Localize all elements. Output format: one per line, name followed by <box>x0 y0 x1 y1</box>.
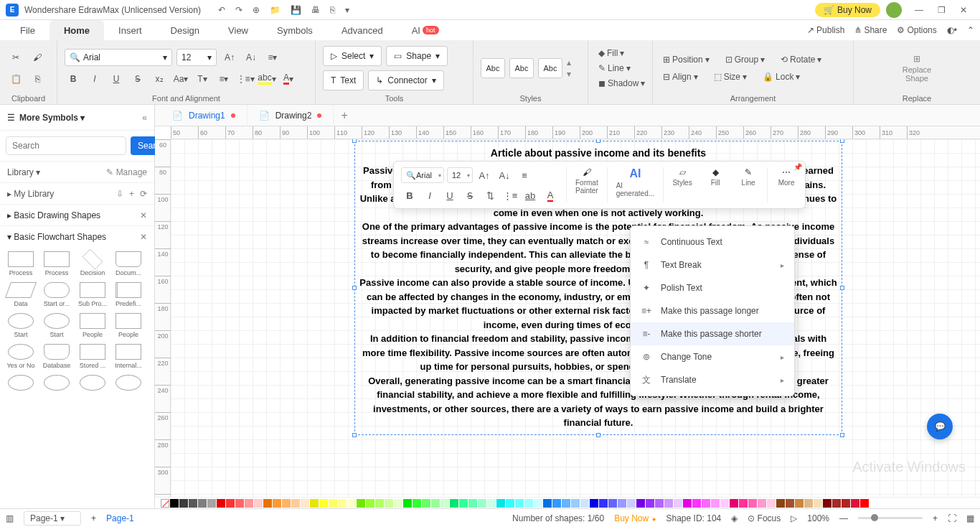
shape-palette-item[interactable]: Process <box>40 251 73 276</box>
cut-icon[interactable]: ✂ <box>7 49 24 66</box>
increase-font-icon[interactable]: A↑ <box>221 49 238 66</box>
zoom-level[interactable]: 100% <box>807 513 829 523</box>
my-library-toggle[interactable]: ▸ My Library <box>7 189 54 199</box>
color-swatch[interactable] <box>496 499 505 508</box>
zoom-out-icon[interactable]: — <box>839 513 848 523</box>
color-swatch[interactable] <box>534 499 542 508</box>
shape-palette-item[interactable] <box>40 375 73 393</box>
tab-file[interactable]: File <box>6 20 50 40</box>
symbol-search-input[interactable] <box>6 136 126 155</box>
print-icon[interactable]: 🖶 <box>311 5 320 15</box>
color-swatch[interactable] <box>403 499 412 508</box>
ctx-translate[interactable]: 文Translate▸ <box>631 368 794 391</box>
new-tab-button[interactable]: + <box>334 109 354 122</box>
style-preset-3[interactable]: Abc <box>538 58 562 78</box>
color-swatch[interactable] <box>692 499 701 508</box>
tab-home[interactable]: Home <box>50 20 104 40</box>
shape-palette-item[interactable]: Docum... <box>112 251 145 276</box>
mini-bold-icon[interactable]: B <box>401 188 418 202</box>
chat-fab[interactable]: 💬 <box>927 414 953 439</box>
shape-palette-item[interactable]: People <box>76 313 109 338</box>
mini-styles[interactable]: ▱Styles <box>666 164 698 205</box>
color-swatch[interactable] <box>842 499 850 508</box>
color-swatch[interactable] <box>711 499 720 508</box>
page-selector[interactable]: Page-1 ▾ <box>24 511 81 526</box>
style-scroll-up[interactable]: ▴ <box>567 57 571 67</box>
color-swatch[interactable] <box>823 499 831 508</box>
notification-icon[interactable]: ◐• <box>947 25 957 35</box>
zoom-in-icon[interactable]: + <box>933 513 938 523</box>
align-dropdown-icon[interactable]: ≡▾ <box>264 49 281 66</box>
color-swatch[interactable] <box>795 499 804 508</box>
shape-tool-button[interactable]: ▭ Shape ▾ <box>386 46 448 66</box>
maximize-button[interactable]: ❐ <box>930 5 953 15</box>
color-swatch[interactable] <box>487 499 496 508</box>
color-swatch[interactable] <box>440 499 449 508</box>
mini-highlight-icon[interactable]: ab <box>522 188 539 202</box>
user-avatar[interactable] <box>886 2 902 18</box>
basic-flowchart-toggle[interactable]: ▾ Basic Flowchart Shapes <box>7 232 106 242</box>
bold-icon[interactable]: B <box>65 70 82 88</box>
buy-now-button[interactable]: 🛒 Buy Now <box>815 3 880 17</box>
redo-icon[interactable]: ↷ <box>235 5 242 15</box>
undo-icon[interactable]: ↶ <box>218 5 225 15</box>
color-swatch[interactable] <box>207 499 216 508</box>
add-icon[interactable]: + <box>129 189 134 199</box>
shape-palette-item[interactable] <box>4 375 37 393</box>
color-swatch[interactable] <box>310 499 319 508</box>
collapse-ribbon-icon[interactable]: ⌃ <box>967 25 974 35</box>
font-size-select[interactable]: 12▾ <box>176 49 217 66</box>
mini-fontcolor-icon[interactable]: A <box>542 188 559 202</box>
panels-icon[interactable]: ▦ <box>966 513 974 523</box>
decrease-font-icon[interactable]: A↓ <box>242 49 260 66</box>
line-dropdown[interactable]: ✎ Line ▾ <box>595 62 645 75</box>
bullet-list-icon[interactable]: ⋮≡▾ <box>237 70 254 88</box>
mini-format-painter[interactable]: 🖌Format Painter <box>570 164 604 205</box>
color-swatch[interactable] <box>860 499 869 508</box>
line-spacing-icon[interactable]: ≡▾ <box>215 70 232 88</box>
color-swatch[interactable] <box>702 499 710 508</box>
ctx-continuous-text[interactable]: ≈Continuous Text <box>631 230 794 253</box>
color-swatch[interactable] <box>394 499 402 508</box>
lock-dropdown[interactable]: 🔒 Lock ▾ <box>760 70 803 83</box>
color-swatch[interactable] <box>664 499 673 508</box>
color-swatch[interactable] <box>301 499 309 508</box>
color-swatch[interactable] <box>814 499 822 508</box>
tab-symbols[interactable]: Symbols <box>263 20 327 40</box>
mini-spacing-icon[interactable]: ⇅ <box>481 188 499 202</box>
close-basic-drawing-icon[interactable]: ✕ <box>140 210 147 220</box>
ctx-text-break[interactable]: ¶Text Break▸ <box>631 253 794 276</box>
manage-library-button[interactable]: ✎ Manage <box>106 167 147 177</box>
mini-pin-icon[interactable]: 📌 <box>793 163 802 171</box>
shape-palette-item[interactable]: Sub Pro... <box>76 282 109 307</box>
color-swatch[interactable] <box>571 499 580 508</box>
color-swatch[interactable] <box>263 499 272 508</box>
color-swatch[interactable] <box>273 499 281 508</box>
color-swatch[interactable] <box>552 499 561 508</box>
align-dropdown[interactable]: ⊟ Align ▾ <box>660 70 701 83</box>
presentation-icon[interactable]: ▷ <box>791 513 797 523</box>
document-tab-1[interactable]: 📄 Drawing1 <box>161 105 248 126</box>
shape-palette-item[interactable]: Internal... <box>112 344 145 369</box>
collapse-panel-icon[interactable]: « <box>142 113 147 123</box>
color-swatch[interactable] <box>608 499 617 508</box>
shadow-dropdown[interactable]: ◼ Shadow ▾ <box>595 77 645 90</box>
layers-icon[interactable]: ◈ <box>731 513 738 523</box>
color-swatch[interactable] <box>627 499 636 508</box>
color-swatch[interactable] <box>720 499 729 508</box>
color-swatch[interactable] <box>357 499 365 508</box>
tab-insert[interactable]: Insert <box>104 20 156 40</box>
mini-decrease-font-icon[interactable]: A↓ <box>496 168 513 182</box>
color-swatch[interactable] <box>618 499 626 508</box>
import-icon[interactable]: ⇩ <box>116 189 123 199</box>
strikethrough-icon[interactable]: S̶ <box>129 70 146 88</box>
ctx-polish-text[interactable]: ✦Polish Text <box>631 276 794 299</box>
focus-mode[interactable]: ⊙ Focus <box>748 513 781 523</box>
mini-font-family[interactable]: 🔍 Arial <box>401 167 444 183</box>
shape-palette-item[interactable]: Stored ... <box>76 344 109 369</box>
color-swatch[interactable] <box>282 499 291 508</box>
color-swatch[interactable] <box>748 499 757 508</box>
shape-palette-item[interactable]: Data <box>4 282 37 307</box>
color-swatch[interactable] <box>739 499 748 508</box>
underline-icon[interactable]: U <box>108 70 125 88</box>
